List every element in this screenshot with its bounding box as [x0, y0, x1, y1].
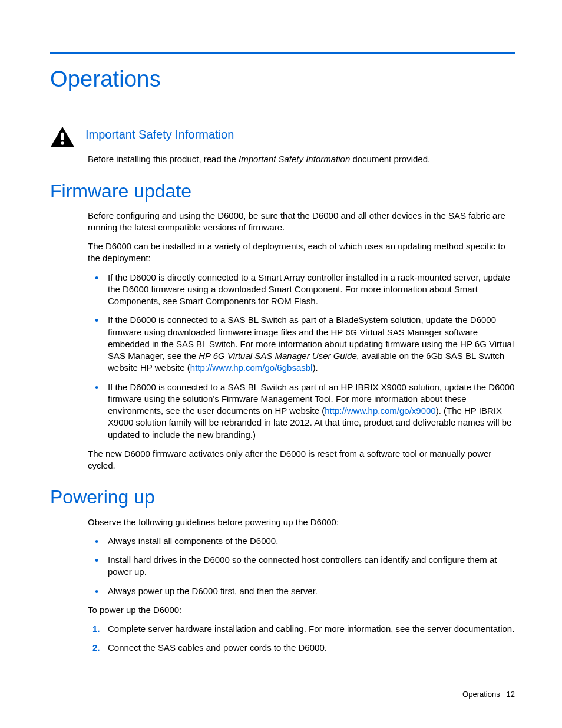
list-item: If the D6000 is directly connected to a …	[88, 272, 515, 308]
firmware-bullets: If the D6000 is directly connected to a …	[88, 272, 515, 441]
safety-block: Important Safety Information	[50, 127, 515, 149]
firmware-p1: Before configuring and using the D6000, …	[88, 210, 515, 234]
svg-rect-0	[61, 133, 64, 140]
page-footer: Operations 12	[462, 689, 515, 700]
powering-steps: Complete server hardware installation an…	[88, 623, 515, 654]
powering-p1: Observe the following guidelines before …	[88, 516, 515, 528]
text-italic: HP 6G Virtual SAS Manager User Guide,	[199, 351, 359, 361]
link-6gbsasbl[interactable]: http://www.hp.com/go/6gbsasbl	[190, 363, 313, 373]
text: If the D6000 is directly connected to a …	[108, 272, 510, 307]
firmware-p2: The D6000 can be installed in a variety …	[88, 241, 515, 265]
text: Always install all components of the D60…	[108, 536, 278, 546]
text: Connect the SAS cables and power cords t…	[108, 643, 327, 653]
text: ).	[312, 363, 318, 373]
text-italic: Important Safety Information	[239, 154, 350, 164]
link-x9000[interactable]: http://www.hp.com/go/x9000	[325, 406, 435, 416]
chapter-title: Operations	[50, 64, 515, 94]
top-rule	[50, 52, 515, 54]
list-item: Complete server hardware installation an…	[88, 623, 515, 635]
text: Complete server hardware installation an…	[108, 624, 514, 634]
text: Install hard drives in the D6000 so the …	[108, 555, 497, 577]
warning-icon	[50, 126, 75, 148]
firmware-heading: Firmware update	[50, 179, 515, 204]
footer-section: Operations	[462, 690, 500, 699]
powering-p2: To power up the D6000:	[88, 604, 515, 616]
list-item: Install hard drives in the D6000 so the …	[88, 554, 515, 578]
footer-page-number: 12	[507, 690, 515, 699]
powering-heading: Powering up	[50, 485, 515, 510]
text: Always power up the D6000 first, and the…	[108, 586, 318, 596]
text: Before installing this product, read the	[88, 154, 239, 164]
svg-point-1	[61, 142, 64, 145]
safety-paragraph: Before installing this product, read the…	[88, 153, 515, 165]
page: Operations Important Safety Information …	[0, 0, 562, 728]
firmware-body: Before configuring and using the D6000, …	[88, 210, 515, 472]
powering-bullets: Always install all components of the D60…	[88, 535, 515, 597]
list-item: Connect the SAS cables and power cords t…	[88, 642, 515, 654]
list-item: Always install all components of the D60…	[88, 535, 515, 547]
list-item: If the D6000 is connected to a SAS BL Sw…	[88, 314, 515, 374]
safety-heading: Important Safety Information	[85, 127, 515, 143]
list-item: Always power up the D6000 first, and the…	[88, 585, 515, 597]
text: document provided.	[350, 154, 430, 164]
list-item: If the D6000 is connected to a SAS BL Sw…	[88, 381, 515, 441]
powering-body: Observe the following guidelines before …	[88, 516, 515, 654]
firmware-p3: The new D6000 firmware activates only af…	[88, 448, 515, 472]
